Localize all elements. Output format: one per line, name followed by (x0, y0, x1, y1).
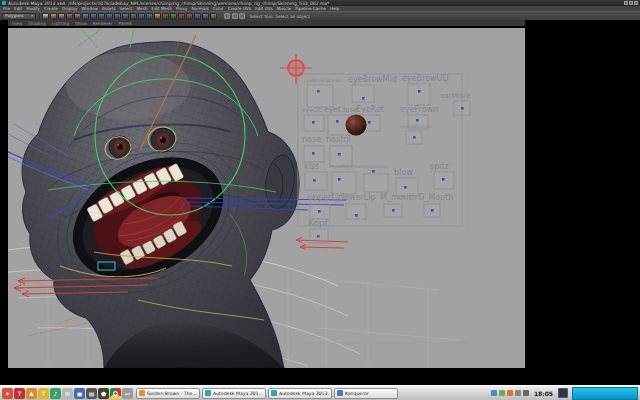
rig-control-mouthUpDown[interactable]: mouthUpDown (330, 164, 364, 194)
rig-control-handle[interactable] (318, 210, 321, 213)
locator-cross[interactable] (78, 28, 134, 48)
tray-update-icon[interactable] (507, 390, 513, 396)
rig-control-nostril[interactable]: nostril (326, 135, 352, 166)
task-konqueror[interactable]: Konqueror (334, 388, 398, 399)
facial-control-board[interactable]: eyeBrowUpDowneyeBrowMideyeBrowUDearMovee… (298, 74, 470, 343)
output-connections-icon[interactable] (146, 13, 153, 20)
rig-control-upperLip[interactable]: upperLip (308, 193, 343, 219)
maximize-button[interactable] (629, 1, 633, 5)
undo-icon[interactable] (66, 13, 73, 20)
viewport-canvas[interactable]: eyeBrowUpDowneyeBrowMideyeBrowUDearMovee… (8, 28, 525, 368)
rig-control-blow[interactable]: blow (394, 168, 418, 196)
mail-app-icon[interactable]: ✉ (62, 388, 73, 399)
rig-control-handle[interactable] (368, 121, 371, 124)
rig-control-lowerLip[interactable]: lowerLip (342, 193, 376, 219)
panel-menu-panels[interactable]: Panels (118, 21, 132, 26)
panel-menu-renderer[interactable]: Renderer (93, 21, 113, 26)
rig-control-eyeBrowUD[interactable]: eyeBrowUD (402, 74, 449, 105)
rig-control-nose[interactable]: nose (302, 135, 324, 162)
render-icon[interactable] (162, 13, 169, 20)
rig-control-handle[interactable] (416, 119, 419, 122)
toolbox-icon[interactable] (210, 13, 217, 20)
close-button[interactable] (634, 1, 638, 5)
rig-control-handle[interactable] (338, 178, 341, 181)
save-scene-icon[interactable] (58, 13, 65, 20)
rig-control-eyeBrowMid[interactable]: eyeBrowMid (348, 75, 397, 102)
kde-menu-icon[interactable]: ✦ (2, 388, 13, 399)
input-connections-icon[interactable] (138, 13, 145, 20)
rig-control-smileOpen[interactable]: smileOpen (364, 164, 388, 192)
task-maya-2[interactable]: Autodesk Maya 2013... (268, 388, 332, 399)
rig-control-handle[interactable] (312, 152, 315, 155)
rig-control-handle[interactable] (461, 107, 464, 110)
render-settings-icon[interactable] (178, 13, 185, 20)
tray-network-icon[interactable] (491, 390, 497, 396)
rig-control-M_mouth[interactable]: M_mouth (380, 193, 417, 217)
make-live-icon[interactable] (130, 13, 137, 20)
menuset-dropdown[interactable]: Polygons ▾ (2, 13, 36, 20)
back-arrow-icon[interactable]: ↩ (122, 388, 133, 399)
new-scene-icon[interactable] (42, 13, 49, 20)
rig-control-handle[interactable] (336, 120, 339, 123)
rig-control-O_Mouth[interactable]: O_Mouth (418, 193, 453, 217)
panel-menu-shading[interactable]: Shading (28, 21, 45, 26)
grid-icon[interactable] (239, 13, 245, 19)
eye-target-sphere[interactable] (346, 115, 367, 136)
rig-control-handle[interactable] (372, 170, 375, 173)
rig-control-handle[interactable] (442, 178, 445, 181)
rig-control-handle[interactable] (413, 136, 416, 139)
construction-history-icon[interactable] (154, 13, 161, 20)
sort-icon[interactable] (224, 13, 230, 19)
tray-clipboard-icon[interactable] (523, 390, 529, 396)
rig-control-handle[interactable] (313, 179, 316, 182)
render-view-icon[interactable] (202, 13, 209, 20)
tray-volume-icon[interactable] (499, 390, 505, 396)
layout-icon[interactable] (232, 13, 238, 19)
task-maya-1[interactable]: Autodesk Maya 201... (202, 388, 266, 399)
redo-icon[interactable] (74, 13, 81, 20)
open-scene-icon[interactable] (50, 13, 57, 20)
app-t-yellow-icon[interactable]: T (38, 388, 49, 399)
hypershade-icon[interactable] (194, 13, 201, 20)
rig-control-Kopf[interactable]: Kopf (308, 218, 329, 243)
rig-control-handle[interactable] (392, 209, 395, 212)
user-app-icon[interactable]: ♟ (26, 388, 37, 399)
rig-control-handle[interactable] (317, 90, 320, 93)
rig-control-handle[interactable] (431, 209, 434, 212)
snap-view-icon[interactable] (122, 13, 129, 20)
app-t-red-icon[interactable]: T (14, 388, 25, 399)
rig-control-eyeOC[interactable]: eyeOC (302, 106, 324, 131)
rig-control-eyeLidBottom[interactable]: eyeLidBottom (400, 124, 431, 144)
snap-grid-icon[interactable] (90, 13, 97, 20)
media-app-icon[interactable]: ♪ (50, 388, 61, 399)
rig-control-handle[interactable] (404, 186, 407, 189)
terminal-app-icon[interactable]: ▣ (74, 388, 85, 399)
desktop-applet[interactable] (558, 388, 568, 398)
paint-effects-icon[interactable] (186, 13, 193, 20)
rig-control-handle[interactable] (312, 121, 315, 124)
tray-display-icon[interactable] (515, 390, 521, 396)
rig-control-earMove[interactable]: earMove (440, 92, 470, 115)
rig-control-kiss[interactable]: kiss (304, 162, 327, 190)
snap-curve-icon[interactable] (98, 13, 105, 20)
chrome-icon[interactable] (110, 388, 121, 399)
task-music[interactable]: Golden Brown - The... (136, 388, 200, 399)
rig-control-eyeBrowUpDown[interactable]: eyeBrowUpDown (304, 78, 343, 107)
panel-menu-lighting[interactable]: Lighting (52, 21, 69, 26)
panel-menu-view[interactable]: View (12, 21, 22, 26)
taskbar-pager[interactable] (572, 387, 638, 400)
rig-control-handle[interactable] (338, 153, 341, 156)
snap-point-icon[interactable] (106, 13, 113, 20)
snap-plane-icon[interactable] (114, 13, 121, 20)
files-app-icon[interactable]: ▤ (86, 388, 97, 399)
maya-viewport[interactable]: eyeBrowUpDowneyeBrowMideyeBrowUDearMovee… (8, 28, 525, 368)
bug-app-icon[interactable]: ⬟ (98, 388, 109, 399)
rig-control-handle[interactable] (418, 90, 421, 93)
rig-control-handle[interactable] (355, 214, 358, 217)
ipr-render-icon[interactable] (170, 13, 177, 20)
selection-mask-icon[interactable] (82, 13, 89, 20)
rig-control-handle[interactable] (317, 235, 320, 238)
rig-control-handle[interactable] (362, 97, 365, 100)
minimize-button[interactable] (624, 1, 628, 5)
rig-control-spitz[interactable]: spitz (430, 162, 454, 189)
